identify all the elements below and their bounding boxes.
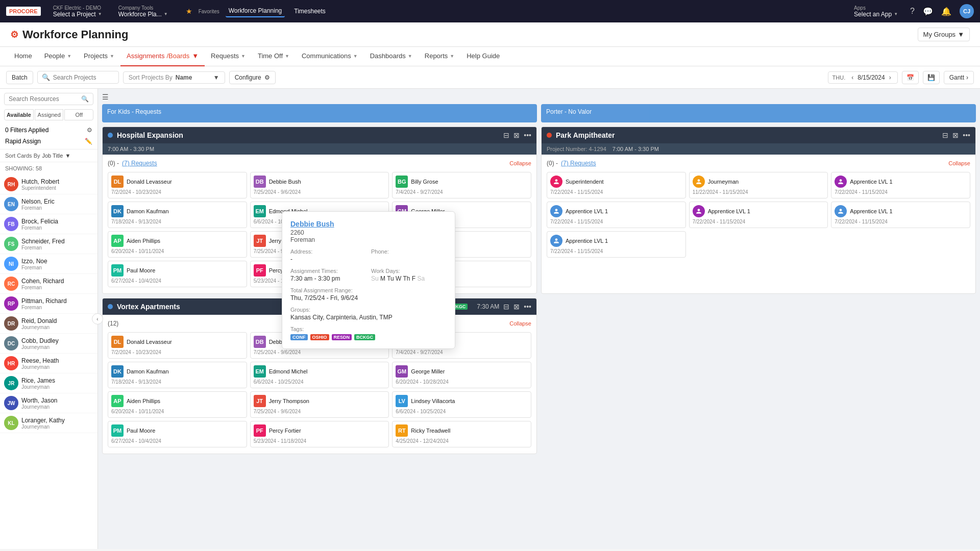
sliders-icon[interactable]: ⊟ — [503, 131, 509, 139]
table-row[interactable]: Apprentice LVL 1 7/22/2024 - 11/15/2024 — [547, 231, 686, 258]
table-row[interactable]: PM Paul Moore 6/27/2024 - 10/4/2024 — [108, 261, 247, 287]
table-row[interactable]: AP Aiden Phillips 6/20/2024 - 10/11/2024 — [108, 391, 247, 418]
fav-item-timesheets[interactable]: Timesheets — [291, 6, 329, 17]
list-item[interactable]: FS Schneider, Fred Foreman — [0, 234, 97, 254]
nav-time-off[interactable]: Time Off ▼ — [252, 47, 296, 66]
park-collapse-button[interactable]: Collapse — [948, 160, 970, 166]
table-row[interactable]: DL Donald Levasseur 7/2/2024 - 10/23/202… — [108, 332, 247, 359]
configure-button[interactable]: Configure ⚙ — [229, 71, 276, 84]
nav-requests[interactable]: Requests ▼ — [205, 47, 252, 66]
table-row[interactable]: Apprentice LVL 1 7/22/2024 - 11/15/2024 — [831, 172, 970, 198]
save-view-button[interactable]: 💾 — [923, 71, 940, 84]
hospital-collapse-button[interactable]: Collapse — [509, 160, 531, 166]
nav-dashboards[interactable]: Dashboards ▼ — [364, 47, 419, 66]
page-header: ⚙ Workforce Planning My Groups ▼ — [0, 22, 980, 47]
table-row[interactable]: Journeyman 11/22/2024 - 11/15/2024 — [689, 172, 828, 198]
tools-value[interactable]: Workforce Pla... ▼ — [118, 11, 172, 18]
availability-tabs: Available Assigned Off — [4, 109, 93, 120]
user-avatar[interactable]: CJ — [960, 4, 974, 18]
table-row[interactable]: AP Aiden Phillips 6/20/2024 - 10/11/2024 — [108, 231, 247, 258]
apps-selector[interactable]: Apps Select an App ▼ — [850, 3, 902, 20]
bell-icon[interactable]: 🔔 — [941, 7, 951, 16]
company-selector[interactable]: CKF Electric - DEMO Select a Project ▼ — [49, 3, 110, 20]
table-row[interactable]: DB Debbie Bush 7/25/2024 - 9/6/2024 — [250, 172, 389, 198]
resources-search-box[interactable]: 🔍 — [4, 93, 93, 105]
tab-off[interactable]: Off — [64, 109, 93, 120]
search-icon: 🔍 — [81, 95, 89, 103]
list-item[interactable]: KL Loranger, Kathy Journeyman — [0, 413, 97, 433]
table-row[interactable]: Superintendent 7/22/2024 - 11/15/2024 — [547, 172, 686, 198]
table-row[interactable]: GM George Miller 6/20/2024 - 10/28/2024 — [392, 362, 531, 388]
apps-value[interactable]: Select an App ▼ — [854, 11, 898, 18]
table-row[interactable]: BG Billy Grose 7/4/2024 - 9/27/2024 — [392, 172, 531, 198]
batch-button[interactable]: Batch — [6, 71, 33, 84]
vortex-collapse-button[interactable]: Collapse — [509, 320, 531, 327]
my-groups-button[interactable]: My Groups ▼ — [918, 28, 970, 41]
list-item[interactable]: NI Izzo, Noe Foreman — [0, 254, 97, 274]
table-row[interactable]: DK Damon Kaufman 7/18/2024 - 9/13/2024 — [108, 202, 247, 228]
nav-people[interactable]: People ▼ — [38, 47, 78, 66]
resources-search-input[interactable] — [9, 95, 79, 103]
table-row[interactable]: RT Ricky Treadwell 4/25/2024 - 12/24/202… — [392, 421, 531, 447]
nav-help-guide[interactable]: Help Guide — [460, 47, 506, 66]
table-row[interactable]: DK Damon Kaufman 7/18/2024 - 9/13/2024 — [108, 362, 247, 388]
help-icon[interactable]: ? — [910, 7, 915, 16]
procore-logo[interactable]: PROCORE — [6, 7, 41, 16]
project-selector[interactable]: Select a Project ▼ — [53, 11, 106, 18]
sort-cards-dropdown[interactable]: Job Title ▼ — [42, 153, 70, 159]
sliders-icon[interactable]: ⊟ — [942, 131, 948, 139]
nav-home[interactable]: Home — [8, 47, 38, 66]
search-projects-input[interactable] — [53, 74, 114, 81]
hospital-requests-link[interactable]: (7) Requests — [122, 160, 157, 167]
table-row[interactable]: PF Percy Fortier 5/23/2024 - 11/18/2024 — [250, 421, 389, 447]
table-row[interactable]: JT Jerry Thompson 7/25/2024 - 9/6/2024 — [250, 391, 389, 418]
filter-icon[interactable]: ☰ — [102, 93, 109, 101]
list-item[interactable]: EN Nelson, Eric Foreman — [0, 194, 97, 214]
list-item[interactable]: RP Pittman, Richard Foreman — [0, 294, 97, 314]
table-row[interactable]: EM Edmond Michel 6/6/2024 - 10/25/2024 — [250, 362, 389, 388]
more-icon[interactable]: ••• — [963, 131, 970, 139]
more-icon[interactable]: ••• — [524, 303, 531, 311]
table-row[interactable]: PM Paul Moore 6/27/2024 - 10/4/2024 — [108, 421, 247, 447]
prev-date-button[interactable]: ‹ — [849, 74, 855, 81]
fav-item-workforce[interactable]: Workforce Planning — [226, 5, 285, 17]
list-item[interactable]: JR Rice, James Journeyman — [0, 373, 97, 393]
table-row[interactable]: Apprentice LVL 1 7/22/2024 - 11/15/2024 — [831, 202, 970, 228]
nav-reports[interactable]: Reports ▼ — [419, 47, 460, 66]
filter-settings-icon[interactable]: ⚙ — [87, 127, 92, 134]
table-row[interactable]: Apprentice LVL 1 7/22/2024 - 11/15/2024 — [547, 202, 686, 228]
next-date-button[interactable]: › — [887, 74, 893, 81]
pencil-icon[interactable]: ✏️ — [85, 138, 92, 145]
more-icon[interactable]: ••• — [524, 131, 531, 139]
chevron-down-icon: ▼ — [65, 153, 70, 159]
sort-projects-dropdown[interactable]: Sort Projects By Name ▼ — [123, 71, 225, 84]
table-row[interactable]: LV Lindsey Villacorta 6/6/2024 - 10/25/2… — [392, 391, 531, 418]
avatar: RC — [4, 277, 18, 291]
list-item[interactable]: FB Brock, Felicia Foreman — [0, 214, 97, 234]
sidebar-collapse-button[interactable]: ‹ — [92, 313, 103, 324]
popup-worker-name[interactable]: Debbie Bush — [290, 220, 447, 228]
list-item[interactable]: HR Reese, Heath Journeyman — [0, 354, 97, 373]
list-item[interactable]: JW Worth, Jason Journeyman — [0, 393, 97, 413]
company-tools-selector[interactable]: Company Tools Workforce Pla... ▼ — [114, 3, 176, 20]
list-item[interactable]: DC Cobb, Dudley Journeyman — [0, 334, 97, 354]
chat-icon[interactable]: 💬 — [923, 7, 933, 16]
gantt-button[interactable]: Gantt › — [944, 71, 974, 84]
search-projects-box[interactable]: 🔍 — [37, 71, 119, 84]
adjust-icon[interactable]: ⊠ — [513, 303, 520, 311]
adjust-icon[interactable]: ⊠ — [513, 131, 520, 139]
tab-assigned[interactable]: Assigned — [35, 109, 64, 120]
adjust-icon[interactable]: ⊠ — [952, 131, 959, 139]
sliders-icon[interactable]: ⊟ — [503, 303, 509, 311]
list-item[interactable]: RH Hutch, Robert Superintendent — [0, 174, 97, 194]
list-item[interactable]: DR Reid, Donald Journeyman — [0, 314, 97, 334]
list-item[interactable]: RC Cohen, Richard Foreman — [0, 274, 97, 294]
park-requests-link[interactable]: (7) Requests — [561, 160, 596, 167]
calendar-view-button[interactable]: 📅 — [902, 71, 919, 84]
nav-projects[interactable]: Projects ▼ — [78, 47, 120, 66]
nav-communications[interactable]: Communications ▼ — [296, 47, 364, 66]
table-row[interactable]: DL Donald Levasseur 7/2/2024 - 10/23/202… — [108, 172, 247, 198]
tab-available[interactable]: Available — [4, 109, 34, 120]
nav-assignments-boards[interactable]: Assignments /Boards ▼ — [120, 47, 205, 66]
table-row[interactable]: Apprentice LVL 1 7/22/2024 - 11/15/2024 — [689, 202, 828, 228]
